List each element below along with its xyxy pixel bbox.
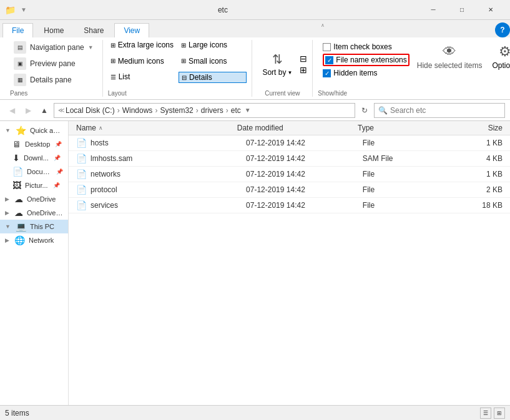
current-view-label: Current view xyxy=(265,90,300,97)
layout-group: ⊞ Extra large icons ⊞ Large icons ⊞ Medi… xyxy=(103,40,253,97)
file-date: 07-12-2019 14:42 xyxy=(246,185,363,194)
group-by-icon: ⊟ xyxy=(300,54,307,64)
options-button[interactable]: ⚙ Options xyxy=(489,42,510,71)
main-area: ▼ ⭐ Quick acce... 🖥 Desktop 📌 ⬇ Downl...… xyxy=(0,121,510,405)
title-bar-controls[interactable]: ─ □ ✕ xyxy=(419,0,505,20)
this-pc-icon: 💻 xyxy=(16,222,26,232)
details-button[interactable]: ⊟ Details xyxy=(179,72,247,83)
refresh-button[interactable]: ↻ xyxy=(358,104,371,117)
large-icons-button[interactable]: ⊞ Large icons xyxy=(179,40,247,50)
hide-selected-icon: 👁 xyxy=(443,44,456,60)
sidebar-item-label: Quick acce... xyxy=(30,127,63,134)
sidebar-item-desktop[interactable]: 🖥 Desktop 📌 xyxy=(0,137,68,151)
table-row[interactable]: 📄 networks 07-12-2019 14:42 File 1 KB xyxy=(69,167,510,182)
sidebar-item-pictures[interactable]: 🖼 Pictur... 📌 xyxy=(0,178,68,192)
table-row[interactable]: 📄 services 07-12-2019 14:42 File 18 KB xyxy=(69,198,510,213)
title-bar-folder-icon: 📁 xyxy=(5,5,16,15)
title-bar-title: etc xyxy=(27,6,419,14)
sidebar-item-label: Network xyxy=(29,237,54,244)
group-by-button[interactable]: ⊟ xyxy=(300,54,307,64)
medium-icons-button[interactable]: ⊞ Medium icons xyxy=(108,56,176,66)
preview-pane-button[interactable]: ▣ Preview pane xyxy=(10,56,79,71)
ribbon-collapse-icon[interactable]: ∧ xyxy=(321,22,325,28)
navigation-pane-icon: ▤ xyxy=(14,41,26,54)
file-name-extensions-row[interactable]: ✓ File name extensions xyxy=(323,54,409,66)
hidden-items-row[interactable]: ✓ Hidden items xyxy=(323,69,409,77)
file-name-extensions-checkbox[interactable]: ✓ xyxy=(325,56,333,64)
path-sep-1: › xyxy=(117,106,120,115)
path-part-etc: etc xyxy=(231,106,241,115)
medium-icons-icon: ⊞ xyxy=(110,57,115,64)
small-icons-button[interactable]: ⊞ Small icons xyxy=(179,56,247,66)
sort-by-button[interactable]: ⇅ Sort by ▼ xyxy=(257,49,297,79)
quick-access-icon: ⭐ xyxy=(16,125,26,135)
navigation-pane-arrow: ▼ xyxy=(88,44,94,51)
onedrive-expand-icon: ▶ xyxy=(5,196,9,202)
hide-selected-button[interactable]: 👁 Hide selected items xyxy=(414,42,485,71)
list-button[interactable]: ☰ List xyxy=(108,72,176,82)
file-size: 2 KB xyxy=(440,185,503,194)
panes-group-label: Panes xyxy=(10,90,27,97)
file-type: File xyxy=(363,201,441,210)
sidebar-item-this-pc[interactable]: ▼ 💻 This PC xyxy=(0,220,68,233)
ribbon-tabs: File Home Share View ∧ ? xyxy=(0,20,510,37)
up-button[interactable]: ▲ xyxy=(37,104,51,117)
sidebar-item-documents[interactable]: 📄 Docum... 📌 xyxy=(0,165,68,178)
tab-view[interactable]: View xyxy=(114,23,149,37)
tab-share[interactable]: Share xyxy=(74,23,113,37)
file-icon: 📄 xyxy=(76,154,87,164)
search-box[interactable]: 🔍 xyxy=(374,103,505,118)
navigation-pane-button[interactable]: ▤ Navigation pane ▼ xyxy=(10,40,97,55)
add-columns-button[interactable]: ⊞ xyxy=(300,65,307,75)
onedrive2-expand-icon: ▶ xyxy=(5,210,9,216)
network-icon: 🌐 xyxy=(14,235,25,245)
close-button[interactable]: ✕ xyxy=(476,0,505,20)
status-bar: 5 items ☰ ⊞ xyxy=(0,405,510,420)
hidden-items-checkbox[interactable]: ✓ xyxy=(323,69,331,77)
search-input[interactable] xyxy=(390,106,501,115)
path-part-system32: System32 xyxy=(160,106,193,115)
layout-items: ⊞ Extra large icons ⊞ Large icons ⊞ Medi… xyxy=(108,40,247,89)
layout-group-label: Layout xyxy=(108,90,127,97)
table-row[interactable]: 📄 hosts 07-12-2019 14:42 File 1 KB xyxy=(69,135,510,151)
file-date: 07-12-2019 14:42 xyxy=(246,201,363,210)
column-name[interactable]: Name ∧ xyxy=(76,124,237,132)
table-row[interactable]: 📄 lmhosts.sam 07-12-2019 14:42 SAM File … xyxy=(69,151,510,167)
maximize-button[interactable]: □ xyxy=(448,0,476,20)
column-date[interactable]: Date modified xyxy=(237,124,358,132)
table-row[interactable]: 📄 protocol 07-12-2019 14:42 File 2 KB xyxy=(69,182,510,198)
forward-button[interactable]: ▶ xyxy=(21,104,35,117)
path-dropdown-icon[interactable]: ▼ xyxy=(245,107,251,114)
details-view-icon[interactable]: ☰ xyxy=(480,408,491,419)
tab-home[interactable]: Home xyxy=(34,23,73,37)
sidebar-item-network[interactable]: ▶ 🌐 Network xyxy=(0,233,68,247)
large-view-icon[interactable]: ⊞ xyxy=(494,408,505,419)
help-button[interactable]: ? xyxy=(495,22,510,37)
extra-large-icons-button[interactable]: ⊞ Extra large icons xyxy=(108,40,176,50)
address-path[interactable]: ≪ Local Disk (C:) › Windows › System32 ›… xyxy=(54,103,355,118)
file-name: lmhosts.sam xyxy=(91,154,246,163)
pin-icon: 📌 xyxy=(53,182,60,188)
path-sep-3: › xyxy=(196,106,199,115)
sidebar-item-quick-access[interactable]: ▼ ⭐ Quick acce... xyxy=(0,124,68,137)
minimize-button[interactable]: ─ xyxy=(419,0,448,20)
tab-file[interactable]: File xyxy=(2,23,33,37)
column-type[interactable]: Type xyxy=(358,124,438,132)
documents-icon: 📄 xyxy=(12,167,23,177)
details-icon: ⊟ xyxy=(182,74,187,81)
view-options: ⊟ ⊞ xyxy=(300,54,307,75)
sidebar-item-downloads[interactable]: ⬇ Downl... 📌 xyxy=(0,151,68,165)
quick-access-expand-icon: ▼ xyxy=(5,127,11,134)
sidebar-item-label: Desktop xyxy=(25,140,50,148)
sidebar-item-onedrive2[interactable]: ▶ ☁ OneDrive -... xyxy=(0,206,68,220)
details-pane-button[interactable]: ▦ Details pane xyxy=(10,72,76,87)
item-checkboxes-checkbox[interactable] xyxy=(323,43,331,51)
sidebar-item-onedrive[interactable]: ▶ ☁ OneDrive xyxy=(0,192,68,206)
path-part-c: Local Disk (C:) xyxy=(66,106,115,115)
add-columns-icon: ⊞ xyxy=(300,65,307,75)
column-size[interactable]: Size xyxy=(438,124,503,132)
onedrive2-icon: ☁ xyxy=(14,208,23,218)
item-checkboxes-row[interactable]: Item check boxes xyxy=(323,42,409,51)
title-bar-left: 📁 ▼ xyxy=(5,5,27,15)
back-button[interactable]: ◀ xyxy=(5,104,19,117)
